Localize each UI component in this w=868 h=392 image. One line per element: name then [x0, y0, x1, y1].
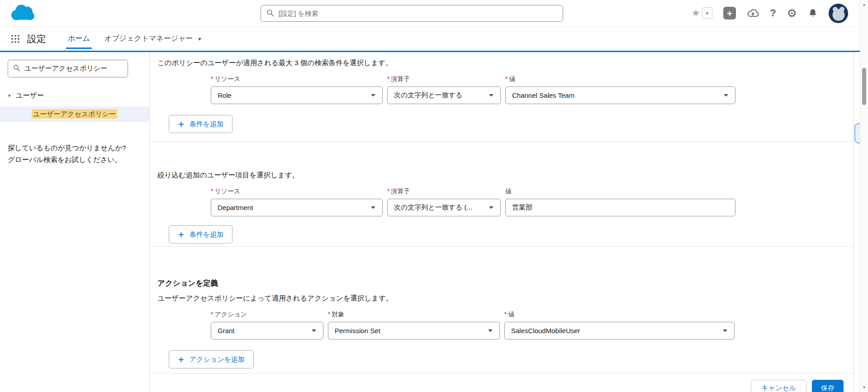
favorites-star-icon[interactable]: ★	[691, 8, 700, 18]
help-icon[interactable]: ?	[770, 7, 776, 19]
header-actions: ★ ▾ + ? ⚙	[691, 4, 848, 23]
select-value: Channel Sales Team	[512, 91, 719, 99]
global-search[interactable]	[261, 5, 563, 22]
quick-find-input[interactable]	[24, 65, 123, 72]
required-asterisk: *	[211, 187, 213, 195]
resource-field: *リソース Role	[211, 75, 383, 104]
tab-home[interactable]: ホーム	[64, 27, 94, 51]
value-field: *値 SalesCloudMobileUser	[504, 311, 735, 339]
criteria-description: このポリシーのユーザーが適用される最大 3 個の検索条件を選択します。	[157, 58, 854, 68]
salesforce-logo-icon	[10, 4, 35, 23]
field-label: *値	[505, 75, 735, 83]
add-condition-button[interactable]: 条件を追加	[169, 115, 232, 133]
setup-gear-icon[interactable]: ⚙	[787, 8, 797, 19]
chevron-down-icon	[311, 329, 317, 333]
setup-nav: 設定 ホーム オブジェクトマネージャー ▾	[0, 27, 868, 52]
add-action-button[interactable]: アクションを追加	[169, 350, 254, 368]
required-asterisk: *	[387, 75, 389, 82]
search-icon	[13, 64, 20, 73]
select-value: Permission Set	[335, 327, 483, 335]
target-select[interactable]: Permission Set	[328, 322, 500, 339]
sidebar-group-label: ユーザー	[16, 91, 44, 100]
quick-find[interactable]	[8, 60, 128, 77]
field-label-text: 値	[508, 311, 514, 318]
operator-select[interactable]: 次の文字列と一致する	[387, 86, 501, 104]
field-label: 値	[505, 187, 735, 196]
field-label-text: 演算子	[391, 75, 410, 82]
required-asterisk: *	[505, 75, 508, 82]
chevron-down-icon	[723, 94, 729, 97]
tab-object-manager-label: オブジェクトマネージャー	[104, 34, 193, 43]
main-region: このポリシーのユーザーが適用される最大 3 個の検索条件を選択します。 *リソー…	[149, 52, 868, 392]
action-field: *アクション Grant	[211, 311, 323, 339]
value-field: *値 Channel Sales Team	[505, 75, 735, 104]
sidebar-help-line2: グローバル検索をお試しください。	[8, 156, 122, 163]
sidebar-help-line1: 探しているものが見つかりませんか?	[8, 144, 126, 152]
plus-icon	[178, 356, 185, 363]
favorites-group: ★ ▾	[691, 7, 712, 19]
sidebar-item-user-access-policies[interactable]: ユーザーアクセスポリシー	[0, 106, 149, 122]
add-action-label: アクションを追加	[190, 355, 245, 364]
field-label: *演算子	[387, 187, 501, 196]
user-filter-description: 絞り込む追加のユーザー項目を選択します。	[157, 171, 854, 180]
save-button[interactable]: 保存	[812, 380, 844, 392]
sidebar-help-text: 探しているものが見つかりませんか? グローバル検索をお試しください。	[8, 142, 142, 165]
action-select[interactable]: Grant	[211, 322, 323, 339]
cancel-button[interactable]: キャンセル	[751, 380, 806, 392]
app-launcher-waffle-icon[interactable]	[11, 34, 20, 43]
search-match-highlight: ユーザーアクセスポリシー	[32, 109, 117, 119]
field-label-text: リソース	[214, 187, 240, 195]
resource-field: *リソース Department	[211, 187, 383, 216]
favorites-dropdown-button[interactable]: ▾	[702, 7, 712, 19]
actions-section-title: アクションを定義	[157, 278, 854, 288]
resource-select[interactable]: Department	[211, 199, 383, 216]
chevron-down-icon	[489, 94, 494, 97]
required-asterisk: *	[328, 311, 330, 318]
field-label-text: 値	[509, 75, 515, 82]
field-label: *リソース	[211, 187, 383, 196]
setup-tabs: ホーム オブジェクトマネージャー ▾	[64, 27, 205, 51]
chevron-down-icon	[722, 329, 728, 333]
target-field: *対象 Permission Set	[328, 311, 500, 339]
scroll-up-arrow-icon[interactable]: ▲	[860, 2, 868, 7]
select-value: 次の文字列と一致する (...	[394, 203, 484, 212]
section-divider	[150, 246, 854, 247]
required-asterisk: *	[211, 311, 213, 318]
chevron-down-icon	[488, 329, 493, 333]
add-condition-button[interactable]: 条件を追加	[169, 225, 232, 244]
operator-field: *演算子 次の文字列と一致する	[387, 75, 501, 104]
operator-select[interactable]: 次の文字列と一致する (...	[387, 199, 501, 216]
global-actions-plus-icon[interactable]: +	[723, 7, 736, 19]
value-field: 値	[505, 187, 735, 216]
vertical-scrollbar[interactable]: ▲ ▼	[860, 0, 868, 392]
add-condition-label: 条件を追加	[190, 120, 223, 129]
avatar[interactable]	[829, 4, 848, 23]
value-select[interactable]: Channel Sales Team	[505, 86, 735, 104]
select-value: SalesCloudMobileUser	[511, 327, 718, 335]
plus-icon	[178, 231, 185, 238]
select-value: 次の文字列と一致する	[394, 91, 484, 100]
chevron-down-icon	[370, 206, 376, 210]
scrollbar-thumb[interactable]	[862, 68, 866, 105]
required-asterisk: *	[211, 75, 213, 82]
select-value: Role	[218, 91, 366, 99]
select-value: Grant	[218, 327, 307, 335]
guidance-center-cloud-icon[interactable]	[747, 8, 759, 18]
value-input[interactable]	[505, 199, 735, 216]
scroll-down-arrow-icon[interactable]: ▼	[860, 385, 868, 390]
tab-object-manager[interactable]: オブジェクトマネージャー ▾	[101, 27, 205, 51]
sidebar-group-users[interactable]: ▾ ユーザー	[0, 91, 149, 100]
notifications-bell-icon[interactable]	[808, 8, 818, 18]
chevron-down-icon: ▾	[199, 36, 201, 42]
field-label: *アクション	[211, 311, 323, 319]
field-label: *値	[504, 311, 735, 319]
field-label: *対象	[328, 311, 500, 319]
plus-icon	[178, 121, 185, 128]
operator-field: *演算子 次の文字列と一致する (...	[387, 187, 501, 216]
resource-select[interactable]: Role	[211, 86, 383, 104]
chevron-down-icon	[489, 206, 494, 210]
value-select[interactable]: SalesCloudMobileUser	[504, 322, 735, 339]
chevron-down-icon: ▾	[8, 93, 11, 99]
global-search-input[interactable]	[279, 10, 557, 17]
app-title: 設定	[27, 33, 46, 45]
